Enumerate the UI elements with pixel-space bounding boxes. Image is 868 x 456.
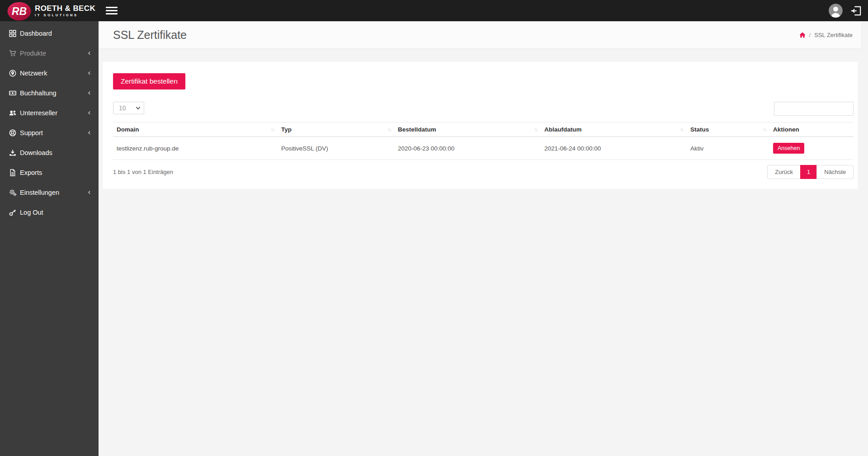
sidebar-item-label: Log Out bbox=[20, 209, 43, 216]
user-silhouette-icon bbox=[829, 4, 843, 18]
chevron-left-icon: ‹ bbox=[88, 49, 90, 56]
table-body: testlizenz.rub-group.dePositiveSSL (DV)2… bbox=[113, 137, 854, 160]
column-header-status[interactable]: Status↑↓ bbox=[687, 122, 769, 137]
chevron-left-icon: ‹ bbox=[88, 129, 90, 136]
cell-domain: testlizenz.rub-group.de bbox=[113, 137, 278, 160]
sidebar-item-exports[interactable]: Exports bbox=[0, 163, 99, 183]
table-search-input[interactable] bbox=[774, 102, 854, 116]
sidebar-item-netzwerk[interactable]: Netzwerk‹ bbox=[0, 63, 99, 83]
column-label: Bestelldatum bbox=[398, 126, 436, 133]
chevron-left-icon: ‹ bbox=[88, 109, 90, 116]
sidebar-item-label: Unterreseller bbox=[20, 109, 57, 117]
column-header-domain[interactable]: Domain↑↓ bbox=[113, 122, 278, 137]
sidebar-nav: DashboardProdukte‹Netzwerk‹Buchhaltung‹U… bbox=[0, 24, 99, 222]
cell-status: Aktiv bbox=[687, 137, 769, 160]
column-header-bestelldatum[interactable]: Bestelldatum↑↓ bbox=[394, 122, 541, 137]
cell-action: Ansehen bbox=[769, 137, 854, 160]
column-label: Aktionen bbox=[773, 126, 799, 133]
money-bill-icon bbox=[9, 89, 16, 97]
page-length-control: 10 bbox=[113, 102, 144, 114]
users-icon bbox=[9, 109, 16, 117]
cell-bestelldatum: 2020-06-23 00:00:00 bbox=[394, 137, 541, 160]
column-header-ablaufdatum[interactable]: Ablaufdatum↑↓ bbox=[541, 122, 687, 137]
sidebar-item-dashboard[interactable]: Dashboard bbox=[0, 24, 99, 43]
chevron-left-icon: ‹ bbox=[88, 188, 90, 196]
pagination: Zurück 1 Nächste bbox=[768, 165, 854, 179]
pagination-next-button[interactable]: Nächste bbox=[816, 165, 854, 179]
sort-arrows-icon: ↑↓ bbox=[534, 127, 537, 132]
download-icon bbox=[9, 149, 16, 156]
sort-arrows-icon: ↑↓ bbox=[763, 127, 766, 132]
column-label: Domain bbox=[117, 126, 139, 133]
menu-toggle-icon[interactable] bbox=[106, 5, 118, 16]
logout-icon[interactable] bbox=[850, 4, 863, 18]
breadcrumb-current: SSL Zertifikate bbox=[814, 32, 853, 38]
cell-ablaufdatum: 2021-06-24 00:00:00 bbox=[541, 137, 687, 160]
key-icon bbox=[9, 209, 16, 216]
logo-subtitle: IT SOLUTIONS bbox=[35, 14, 95, 17]
sidebar-item-support[interactable]: Support‹ bbox=[0, 123, 99, 143]
order-certificate-button[interactable]: Zertifikat bestellen bbox=[113, 73, 185, 89]
sidebar-item-label: Downloads bbox=[20, 149, 52, 156]
dashboard-grid-icon bbox=[9, 30, 16, 37]
sidebar-item-log-out[interactable]: Log Out bbox=[0, 202, 99, 222]
sidebar-item-einstellungen[interactable]: Einstellungen‹ bbox=[0, 183, 99, 202]
chevron-left-icon: ‹ bbox=[88, 89, 90, 96]
cell-typ: PositiveSSL (DV) bbox=[278, 137, 394, 160]
chevron-left-icon: ‹ bbox=[88, 69, 90, 76]
view-certificate-button[interactable]: Ansehen bbox=[773, 143, 804, 154]
gears-icon bbox=[9, 189, 16, 196]
right-gutter bbox=[861, 21, 868, 456]
table-row: testlizenz.rub-group.dePositiveSSL (DV)2… bbox=[113, 137, 854, 160]
logo[interactable]: RB ROETH & BECK IT SOLUTIONS bbox=[0, 0, 99, 21]
table-info: 1 bis 1 von 1 Einträgen bbox=[113, 169, 173, 175]
pagination-prev-button[interactable]: Zurück bbox=[767, 165, 801, 179]
sidebar-item-label: Produkte bbox=[20, 50, 46, 57]
top-bar: RB ROETH & BECK IT SOLUTIONS bbox=[0, 0, 868, 21]
cart-icon bbox=[9, 50, 16, 57]
user-avatar[interactable] bbox=[829, 4, 843, 18]
page-header: SSL Zertifikate / SSL Zertifikate bbox=[99, 21, 861, 49]
sort-arrows-icon: ↑↓ bbox=[680, 127, 683, 132]
column-header-action: Aktionen bbox=[769, 122, 854, 137]
sidebar: DashboardProdukte‹Netzwerk‹Buchhaltung‹U… bbox=[0, 21, 99, 456]
logo-monogram-icon: RB bbox=[7, 2, 31, 21]
sidebar-item-label: Support bbox=[20, 129, 43, 136]
breadcrumb: / SSL Zertifikate bbox=[799, 32, 853, 38]
logo-title: ROETH & BECK bbox=[35, 5, 95, 12]
sidebar-item-label: Netzwerk bbox=[20, 70, 47, 77]
sidebar-item-label: Dashboard bbox=[20, 30, 52, 37]
column-label: Ablaufdatum bbox=[544, 126, 582, 133]
sidebar-item-label: Einstellungen bbox=[20, 189, 59, 196]
sidebar-item-unterreseller[interactable]: Unterreseller‹ bbox=[0, 103, 99, 123]
sidebar-item-produkte[interactable]: Produkte‹ bbox=[0, 43, 99, 63]
network-pin-icon bbox=[9, 70, 16, 77]
main-content: SSL Zertifikate / SSL Zertifikate Zertif… bbox=[99, 21, 861, 456]
column-header-typ[interactable]: Typ↑↓ bbox=[278, 122, 394, 137]
file-icon bbox=[9, 169, 16, 176]
sort-arrows-icon: ↑↓ bbox=[271, 127, 274, 132]
page-title: SSL Zertifikate bbox=[113, 28, 187, 42]
table-header-row: Domain↑↓Typ↑↓Bestelldatum↑↓Ablaufdatum↑↓… bbox=[113, 122, 854, 137]
certificates-table: Domain↑↓Typ↑↓Bestelldatum↑↓Ablaufdatum↑↓… bbox=[113, 122, 854, 160]
svg-text:RB: RB bbox=[12, 5, 27, 17]
breadcrumb-separator: / bbox=[809, 32, 811, 38]
content-card: Zertifikat bestellen 10 Domain↑↓Typ↑↓Bes… bbox=[103, 62, 858, 189]
sidebar-item-label: Buchhaltung bbox=[20, 89, 57, 97]
page-length-select[interactable]: 10 bbox=[113, 102, 144, 114]
sidebar-item-buchhaltung[interactable]: Buchhaltung‹ bbox=[0, 83, 99, 103]
sidebar-item-downloads[interactable]: Downloads bbox=[0, 143, 99, 163]
column-label: Typ bbox=[281, 126, 292, 133]
column-label: Status bbox=[690, 126, 709, 133]
pagination-page-1-button[interactable]: 1 bbox=[800, 165, 817, 179]
home-icon[interactable] bbox=[799, 32, 806, 38]
sidebar-item-label: Exports bbox=[20, 169, 42, 176]
sort-arrows-icon: ↑↓ bbox=[387, 127, 391, 132]
life-ring-icon bbox=[9, 129, 16, 136]
